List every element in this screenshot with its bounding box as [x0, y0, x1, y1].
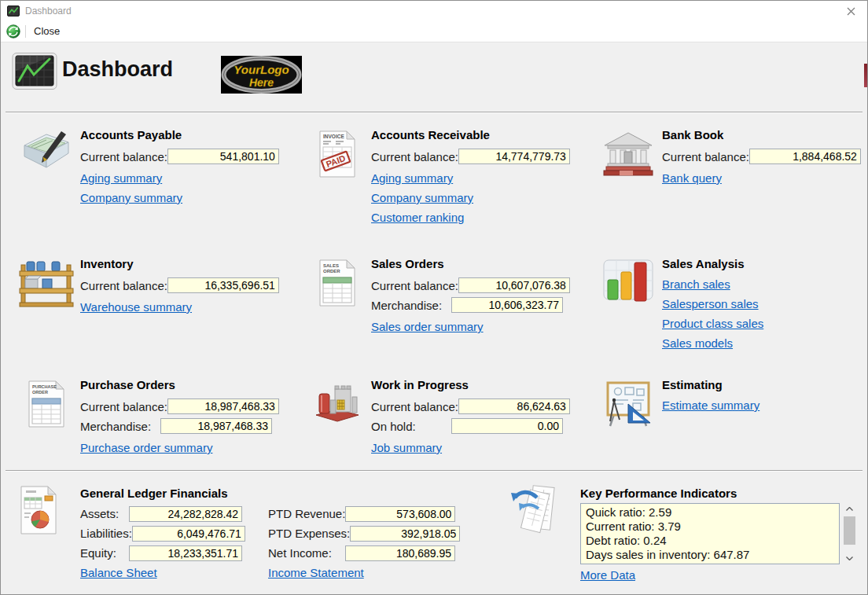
field-label: Assets: [80, 507, 119, 520]
window-title: Dashboard [25, 1, 72, 21]
link-more-data[interactable]: More Data [580, 568, 635, 582]
field-label: Net Income: [268, 546, 332, 560]
factory-icon [303, 375, 371, 501]
toolbar: Close [1, 21, 867, 42]
header-separator [6, 112, 862, 113]
link-customer-ranking[interactable]: Customer ranking [371, 211, 464, 224]
scrollbar-thumb[interactable] [844, 516, 855, 545]
section-accounts-payable: Accounts Payable Current balance: Aging … [12, 125, 303, 254]
section-title: Sales Orders [371, 257, 594, 270]
close-button[interactable]: Close [34, 21, 60, 42]
kpi-scrollbar[interactable] [843, 503, 856, 564]
field-label: Current balance: [80, 150, 167, 163]
link-company-summary[interactable]: Company summary [80, 191, 182, 204]
assets-field[interactable] [129, 506, 242, 522]
field-label: Liabilities: [80, 527, 132, 540]
link-bank-query[interactable]: Bank query [662, 171, 722, 185]
field-label: Equity: [80, 546, 116, 560]
your-logo-image: YourLogo Here [221, 56, 302, 94]
section-title: Bank Book [662, 128, 859, 141]
field-row: Current balance: [371, 277, 563, 293]
current-balance-field[interactable] [167, 277, 279, 293]
merchandise-field[interactable] [451, 297, 563, 313]
sales-order-label-1: SALES [323, 263, 339, 268]
on-hold-field[interactable] [451, 418, 563, 434]
purchase-order-document-icon: PURCHASE ORDER [12, 375, 80, 501]
kpi-title: Key Performance Indicators [580, 487, 737, 500]
section-sales-orders: SALES ORDER Sales Orders Current balance… [303, 254, 594, 375]
logo-text-line1: YourLogo [234, 63, 289, 76]
drafting-board-icon [594, 375, 662, 501]
link-balance-sheet[interactable]: Balance Sheet [80, 566, 157, 579]
field-label: Current balance: [371, 150, 458, 163]
link-aging-summary[interactable]: Aging summary [371, 171, 453, 185]
field-row: On hold: [371, 418, 563, 434]
field-label: Current balance: [80, 400, 167, 413]
current-balance-field[interactable] [458, 277, 570, 293]
scroll-down-icon[interactable] [843, 553, 856, 564]
field-label: PTD Revenue: [268, 507, 345, 520]
link-job-summary[interactable]: Job summary [371, 441, 442, 454]
merchandise-field[interactable] [160, 418, 272, 434]
link-estimate-summary[interactable]: Estimate summary [662, 399, 760, 412]
link-income-statement[interactable]: Income Statement [268, 566, 364, 579]
section-title: Estimating [662, 378, 858, 391]
clipped-edge-graphic [864, 64, 867, 87]
kpi-pages-arrows-icon [510, 483, 556, 535]
field-row: Current balance: [80, 399, 272, 414]
section-title: Accounts Receivable [371, 128, 594, 141]
financial-report-icon [18, 485, 59, 535]
window-close-icon[interactable] [840, 3, 861, 19]
equity-field[interactable] [129, 545, 242, 561]
purchase-order-label-1: PURCHASE [32, 384, 57, 389]
section-work-in-progress: Work in Progress Current balance: On hol… [303, 375, 594, 501]
kpi-line: Days sales in inventory: 647.87 [586, 548, 834, 562]
link-salesperson-sales[interactable]: Salesperson sales [662, 297, 759, 310]
bottom-separator [6, 470, 862, 472]
link-sales-order-summary[interactable]: Sales order summary [371, 320, 484, 333]
section-inventory: Inventory Current balance: Warehouse sum… [12, 254, 303, 375]
net-income-field[interactable] [345, 545, 455, 561]
link-product-class-sales[interactable]: Product class sales [662, 317, 763, 330]
link-sales-models[interactable]: Sales models [662, 336, 733, 350]
section-title: Accounts Payable [80, 128, 303, 141]
general-ledger-title: General Ledger Financials [80, 487, 228, 500]
current-balance-field[interactable] [458, 149, 570, 164]
field-label: On hold: [371, 420, 416, 433]
liabilities-field[interactable] [132, 526, 245, 542]
field-row: Merchandise: [371, 297, 563, 313]
section-title: Sales Analysis [662, 257, 858, 270]
purchase-order-label-2: ORDER [32, 390, 48, 395]
ptd-revenue-field[interactable] [345, 506, 455, 522]
bank-building-icon [594, 125, 662, 254]
toolbar-separator [25, 25, 26, 38]
invoice-paid-icon: INVOICE PAID [303, 125, 371, 254]
field-label: Current balance: [80, 279, 167, 292]
field-label: Current balance: [371, 400, 458, 413]
field-row: Net Income: [268, 545, 455, 561]
current-balance-field[interactable] [749, 149, 861, 164]
dashboard-chart-icon [12, 52, 57, 93]
section-title: Purchase Orders [80, 378, 303, 391]
ptd-expenses-field[interactable] [350, 526, 460, 542]
field-row: Current balance: [80, 277, 272, 293]
current-balance-field[interactable] [167, 149, 279, 164]
field-row: Liabilities: [80, 525, 242, 542]
kpi-line: Current ratio: 3.79 [586, 520, 834, 534]
refresh-icon[interactable] [6, 24, 20, 39]
current-balance-field[interactable] [458, 399, 570, 414]
sections-grid: Accounts Payable Current balance: Aging … [12, 125, 858, 501]
scroll-up-icon[interactable] [843, 503, 856, 515]
section-sales-analysis: Sales Analysis Branch sales Salesperson … [594, 254, 858, 375]
link-company-summary[interactable]: Company summary [371, 191, 473, 204]
logo-text-line2: Here [249, 76, 274, 89]
kpi-listbox[interactable]: Quick ratio: 2.59 Current ratio: 3.79 De… [580, 503, 840, 564]
current-balance-field[interactable] [167, 399, 279, 414]
link-warehouse-summary[interactable]: Warehouse summary [80, 300, 192, 314]
link-branch-sales[interactable]: Branch sales [662, 277, 730, 291]
field-row: PTD Expenses: [268, 525, 455, 542]
link-aging-summary[interactable]: Aging summary [80, 171, 162, 185]
link-purchase-order-summary[interactable]: Purchase order summary [80, 441, 212, 454]
field-label: Merchandise: [371, 299, 442, 312]
title-bar: Dashboard [1, 1, 867, 21]
